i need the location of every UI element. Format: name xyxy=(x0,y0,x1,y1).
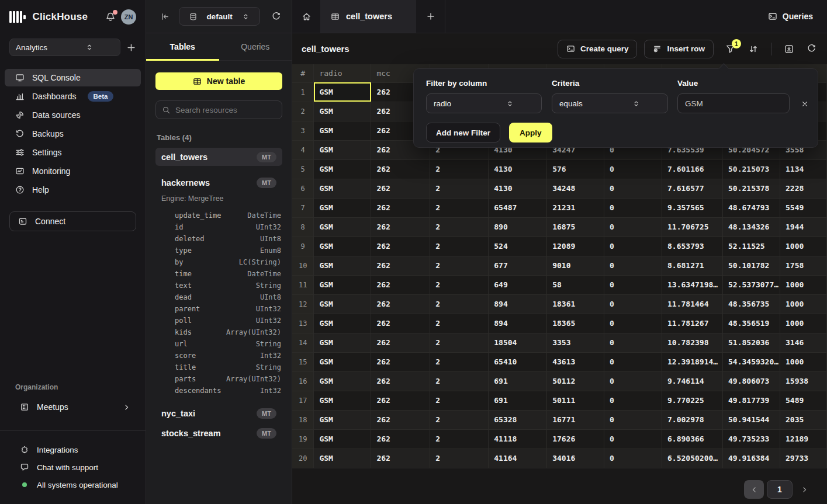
table-cell[interactable]: 0 xyxy=(604,275,662,294)
table-cell[interactable]: 2 xyxy=(430,371,489,391)
filter-value-input[interactable] xyxy=(677,93,790,113)
table-cell[interactable]: 49.817739 xyxy=(723,391,780,410)
insert-row-button[interactable]: Insert row xyxy=(644,40,714,58)
table-cell[interactable]: 8.681271 xyxy=(662,256,723,275)
table-cell[interactable]: 2228 xyxy=(780,179,826,198)
table-cell[interactable]: GSM xyxy=(314,314,371,333)
table-cell[interactable]: 7.616577 xyxy=(662,179,723,198)
table-cell[interactable]: GSM xyxy=(314,140,371,159)
table-cell[interactable]: 2 xyxy=(430,429,489,449)
table-cell[interactable]: 43613 xyxy=(547,352,604,371)
table-cell[interactable]: 890 xyxy=(489,217,547,237)
table-cell[interactable]: 262 xyxy=(371,314,430,333)
download-icon[interactable] xyxy=(784,44,794,54)
table-cell[interactable]: GSM xyxy=(314,449,371,468)
table-cell[interactable]: 262 xyxy=(371,429,430,449)
table-cell[interactable]: 262 xyxy=(371,449,430,468)
table-cell[interactable]: 6.52050200… xyxy=(662,449,723,468)
table-cell[interactable]: 262 xyxy=(371,410,430,429)
add-workspace-button[interactable] xyxy=(126,43,136,53)
table-cell[interactable]: 0 xyxy=(604,352,662,371)
filter-column-select[interactable]: radio xyxy=(426,93,542,113)
table-cell[interactable]: GSM xyxy=(314,102,371,121)
table-cell[interactable]: 17626 xyxy=(547,429,604,449)
table-cell[interactable]: 0 xyxy=(604,294,662,314)
table-cell[interactable]: 4130 xyxy=(489,159,547,179)
table-cell[interactable]: 0 xyxy=(604,391,662,410)
table-cell[interactable]: 1000 xyxy=(780,237,826,256)
table-cell[interactable]: 65328 xyxy=(489,410,547,429)
table-cell[interactable]: GSM xyxy=(314,429,371,449)
table-cell[interactable]: 3353 xyxy=(547,333,604,352)
sidebar-item-data-sources[interactable]: Data sources xyxy=(5,106,141,124)
table-cell[interactable]: 262 xyxy=(371,275,430,294)
table-cell[interactable]: 7.002978 xyxy=(662,410,723,429)
sidebar-item-dashboards[interactable]: DashboardsBeta xyxy=(5,88,141,105)
table-cell[interactable]: 262 xyxy=(371,256,430,275)
table-cell[interactable]: 0 xyxy=(604,371,662,391)
table-cell[interactable]: 50.101782 xyxy=(723,256,780,275)
table-cell[interactable]: 12189 xyxy=(780,429,826,449)
workspace-selector[interactable]: Analytics xyxy=(9,39,120,56)
table-cell[interactable]: 34016 xyxy=(547,449,604,468)
table-cell[interactable]: 262 xyxy=(371,198,430,217)
sidebar-item-sql-console[interactable]: SQL Console xyxy=(5,69,141,86)
table-cell[interactable]: 262 xyxy=(371,237,430,256)
table-cell[interactable]: 9.746114 xyxy=(662,371,723,391)
user-avatar[interactable]: ZN xyxy=(121,9,136,25)
table-cell[interactable]: 8.653793 xyxy=(662,237,723,256)
table-cell[interactable]: 2 xyxy=(430,159,489,179)
table-cell[interactable]: GSM xyxy=(314,159,371,179)
table-cell[interactable]: GSM xyxy=(314,275,371,294)
table-cell[interactable]: 48.134326 xyxy=(723,217,780,237)
table-cell[interactable]: 11.706725 xyxy=(662,217,723,237)
table-cell[interactable]: 2 xyxy=(430,198,489,217)
table-cell[interactable]: 1000 xyxy=(780,294,826,314)
search-resources-input[interactable] xyxy=(155,100,282,119)
home-icon[interactable] xyxy=(292,0,320,33)
table-cell[interactable]: 12089 xyxy=(547,237,604,256)
table-cell[interactable]: 1000 xyxy=(780,314,826,333)
table-cell[interactable]: 18365 xyxy=(547,314,604,333)
table-cell[interactable]: 2 xyxy=(430,217,489,237)
table-cell[interactable]: 691 xyxy=(489,391,547,410)
table-cell[interactable]: 52.5373077… xyxy=(723,275,780,294)
table-item-hackernews[interactable]: hackernews MT xyxy=(155,173,282,192)
table-cell[interactable]: 21231 xyxy=(547,198,604,217)
filter-icon[interactable]: 1 xyxy=(725,44,736,54)
table-cell[interactable]: 11.781464 xyxy=(662,294,723,314)
table-cell[interactable]: 1134 xyxy=(780,159,826,179)
sidebar-item-monitoring[interactable]: Monitoring xyxy=(5,162,141,180)
table-cell[interactable]: 15938 xyxy=(780,371,826,391)
table-cell[interactable]: 1000 xyxy=(780,275,826,294)
table-cell[interactable]: GSM xyxy=(314,391,371,410)
table-cell[interactable]: GSM xyxy=(314,256,371,275)
system-status[interactable]: All systems operational xyxy=(9,478,136,492)
table-cell[interactable]: 2 xyxy=(430,410,489,429)
table-cell[interactable]: 2 xyxy=(430,237,489,256)
table-cell[interactable]: 29733 xyxy=(780,449,826,468)
table-item-nyc-taxi[interactable]: nyc_taxi MT xyxy=(155,404,282,422)
sidebar-item-backups[interactable]: Backups xyxy=(5,125,141,142)
table-cell[interactable]: 13.6347198… xyxy=(662,275,723,294)
table-cell[interactable]: 1944 xyxy=(780,217,826,237)
table-cell[interactable]: 3146 xyxy=(780,333,826,352)
table-cell[interactable]: 6.890366 xyxy=(662,429,723,449)
criteria-select[interactable]: equals xyxy=(552,93,668,113)
table-cell[interactable]: 0 xyxy=(604,410,662,429)
table-cell[interactable]: 2035 xyxy=(780,410,826,429)
table-cell[interactable]: 7.601166 xyxy=(662,159,723,179)
table-cell[interactable]: 50112 xyxy=(547,371,604,391)
sidebar-item-integrations[interactable]: Integrations xyxy=(9,443,136,457)
table-cell[interactable]: GSM xyxy=(314,333,371,352)
table-cell[interactable]: 65410 xyxy=(489,352,547,371)
table-cell[interactable]: 54.3459320… xyxy=(723,352,780,371)
apply-filter-button[interactable]: Apply xyxy=(509,123,552,142)
table-cell[interactable]: 48.674793 xyxy=(723,198,780,217)
table-cell[interactable]: 262 xyxy=(371,371,430,391)
table-cell[interactable]: 48.356735 xyxy=(723,294,780,314)
table-cell[interactable]: 0 xyxy=(604,449,662,468)
collapse-sidebar-icon[interactable] xyxy=(160,12,170,22)
table-cell[interactable]: 9.770225 xyxy=(662,391,723,410)
table-cell[interactable]: 894 xyxy=(489,314,547,333)
